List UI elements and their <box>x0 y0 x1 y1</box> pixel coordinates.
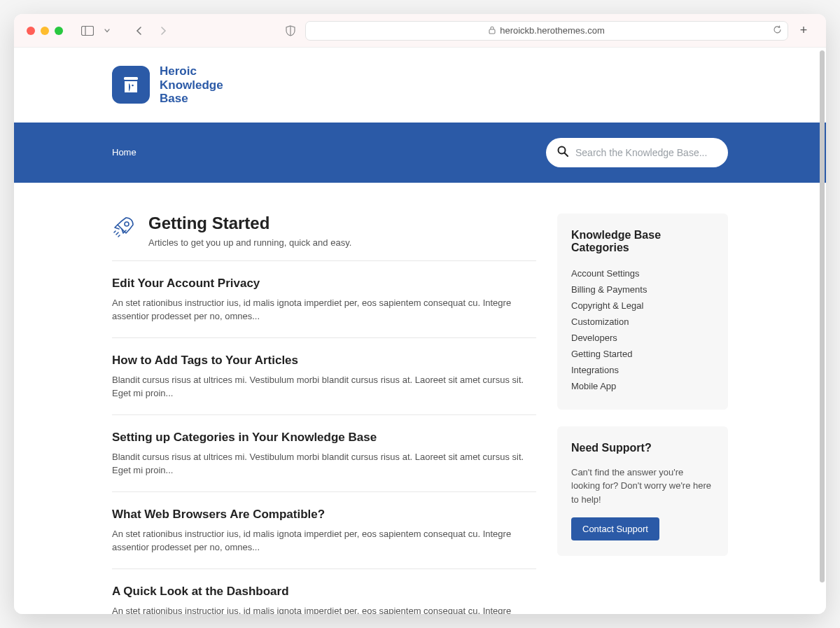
article-excerpt: Blandit cursus risus at ultrices mi. Ves… <box>112 373 536 400</box>
logo-line-3: Base <box>160 92 223 106</box>
svg-rect-0 <box>82 26 94 35</box>
svg-rect-2 <box>489 29 495 34</box>
forward-button[interactable] <box>154 22 172 40</box>
browser-window: heroickb.herothemes.com + <box>14 14 826 614</box>
article-title: Edit Your Account Privacy <box>112 277 536 291</box>
browser-toolbar: heroickb.herothemes.com + <box>14 14 826 48</box>
category-subtitle: Articles to get you up and running, quic… <box>148 237 351 248</box>
scrollbar-thumb[interactable] <box>820 50 825 582</box>
close-window-button[interactable] <box>27 27 35 35</box>
article-item[interactable]: Edit Your Account Privacy An stet ration… <box>112 261 536 338</box>
privacy-shield-icon[interactable] <box>281 22 300 40</box>
category-link[interactable]: Developers <box>571 330 714 346</box>
svg-line-6 <box>565 153 568 156</box>
article-item[interactable]: How to Add Tags to Your Articles Blandit… <box>112 338 536 415</box>
article-item[interactable]: A Quick Look at the Dashboard An stet ra… <box>112 569 536 614</box>
category-link[interactable]: Mobile App <box>571 378 714 394</box>
logo-text: Heroic Knowledge Base <box>160 64 223 106</box>
page-body: Getting Started Articles to get you up a… <box>112 183 728 614</box>
reload-button[interactable] <box>773 25 782 36</box>
traffic-lights <box>27 27 63 35</box>
category-header: Getting Started Articles to get you up a… <box>112 214 536 261</box>
article-item[interactable]: What Web Browsers Are Compatible? An ste… <box>112 492 536 569</box>
main-content: Getting Started Articles to get you up a… <box>112 214 536 614</box>
support-card: Need Support? Can't find the answer you'… <box>557 426 728 557</box>
address-url: heroickb.herothemes.com <box>500 25 605 36</box>
toolbar-dropdown-icon[interactable] <box>102 22 112 40</box>
page-viewport: Heroic Knowledge Base Home <box>14 48 826 614</box>
article-item[interactable]: Setting up Categories in Your Knowledge … <box>112 415 536 492</box>
site-header: Heroic Knowledge Base <box>14 48 826 123</box>
categories-list: Account Settings Billing & Payments Copy… <box>571 265 714 394</box>
address-bar[interactable]: heroickb.herothemes.com <box>305 21 788 41</box>
contact-support-button[interactable]: Contact Support <box>571 517 659 540</box>
article-title: What Web Browsers Are Compatible? <box>112 508 536 522</box>
article-excerpt: An stet rationibus instructior ius, id m… <box>112 296 536 323</box>
back-button[interactable] <box>130 22 148 40</box>
article-title: How to Add Tags to Your Articles <box>112 354 536 368</box>
search-icon <box>557 146 568 160</box>
article-title: Setting up Categories in Your Knowledge … <box>112 431 536 445</box>
minimize-window-button[interactable] <box>41 27 49 35</box>
logo-line-2: Knowledge <box>160 78 223 92</box>
lock-icon <box>489 26 496 36</box>
article-excerpt: Blandit cursus risus at ultrices mi. Ves… <box>112 450 536 477</box>
category-link[interactable]: Integrations <box>571 362 714 378</box>
category-title: Getting Started <box>148 214 351 233</box>
logo-line-1: Heroic <box>160 64 223 78</box>
hero-bar: Home <box>14 123 826 183</box>
article-excerpt: An stet rationibus instructior ius, id m… <box>112 604 536 614</box>
support-title: Need Support? <box>571 442 714 454</box>
sidebar-toggle-button[interactable] <box>78 22 97 40</box>
category-link[interactable]: Account Settings <box>571 265 714 281</box>
sidebar: Knowledge Base Categories Account Settin… <box>557 214 728 614</box>
rocket-icon <box>112 215 136 242</box>
site-logo[interactable]: Heroic Knowledge Base <box>112 64 728 106</box>
svg-rect-3 <box>124 77 138 80</box>
article-excerpt: An stet rationibus instructior ius, id m… <box>112 527 536 554</box>
support-text: Can't find the answer you're looking for… <box>571 466 714 507</box>
category-link[interactable]: Getting Started <box>571 346 714 362</box>
article-title: A Quick Look at the Dashboard <box>112 585 536 599</box>
breadcrumb[interactable]: Home <box>112 147 136 158</box>
category-link[interactable]: Copyright & Legal <box>571 298 714 314</box>
maximize-window-button[interactable] <box>55 27 63 35</box>
categories-title: Knowledge Base Categories <box>571 229 714 254</box>
new-tab-button[interactable]: + <box>794 21 813 41</box>
svg-point-4 <box>132 85 134 87</box>
search-input[interactable] <box>575 147 717 158</box>
categories-card: Knowledge Base Categories Account Settin… <box>557 214 728 410</box>
search-box[interactable] <box>546 138 728 167</box>
logo-mark <box>112 66 150 104</box>
category-link[interactable]: Billing & Payments <box>571 281 714 298</box>
category-link[interactable]: Customization <box>571 314 714 330</box>
svg-point-7 <box>125 222 129 226</box>
